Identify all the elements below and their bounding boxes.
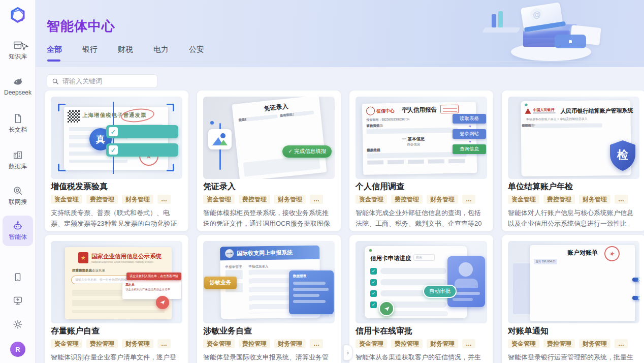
gear-icon [12,319,23,330]
agent-card-invoice-verify[interactable]: 上海增值税电子普通发票 ★ 真 ✓ ✓ 增值税发票验真 资金管理费控管理财务管理… [45,90,188,231]
tag: 费控管理 [543,195,575,204]
necips-subtitle: National Enterprise Credit Information P… [91,260,153,263]
tag: 费控管理 [391,339,423,348]
blacklist-card: 黑名单 该企业被列入严重违法失信企业名单 [122,281,181,299]
header-illustration: @ [477,1,620,64]
progress-title: 信用卡申请进度 [370,255,411,262]
sidebar-item-agent[interactable]: 智能体 [3,216,33,246]
sidebar-item-settings[interactable] [0,319,36,330]
red-seal-icon: ★ [603,245,621,263]
tag: 资金管理 [508,339,539,348]
illustration-book-edge [524,21,566,33]
credit-center-stamp-icon [366,107,375,115]
report-time: 报告时间：2023.06.23 10:09:34 [366,117,409,122]
sidebar-item-deepseek[interactable]: Deepseek [0,76,36,96]
tag: 费控管理 [391,195,423,204]
tab-all[interactable]: 全部 [47,45,62,62]
user-avatar[interactable]: R [10,342,25,357]
tag: … [310,339,323,348]
send-plane-icon [379,301,394,316]
tag: 财务管理 [579,339,610,348]
red-oval-stamp [120,107,155,124]
sidebar-item-label: 知识库 [9,52,27,61]
card-title: 凭证录入 [203,182,335,191]
tag: 费控管理 [86,195,118,204]
send-plane-icon [156,296,169,309]
tag: 财务管理 [274,195,306,204]
necips-title: 国家企业信用信息公示系统 [91,253,162,260]
breadcrumb: 本地基本存款账户开立 > 审核及控制信息录入 [526,117,588,122]
expand-chevron-button[interactable]: › [343,345,352,360]
sidebar-item-label: 数据库 [9,162,27,171]
card-title: 存量账户自查 [51,326,182,336]
card-tags: 资金管理费控管理财务管理… [508,195,639,204]
agent-card-credit-card-approval[interactable]: 信用卡申请进度 ⌕ 搜索 ✓ ✓ ✓ ✓ 自动审批 信用卡 [349,235,493,363]
card-illustration: 中国人民银行 人民币银行结算账户管理系统 本地基本存款账户开立 > 审核及控制信… [508,97,639,179]
illustration-speech-bubble [555,35,586,48]
app-logo-icon[interactable] [9,7,27,26]
search-input[interactable] [62,77,152,85]
tab-electric-power[interactable]: 电力 [153,45,169,62]
card-illustration: SAFE 国际收支网上申报系统 申报单管理 申报信息录入 涉敏业务 数据报表 [203,241,335,323]
card-tags: 资金管理费控管理财务管理… [356,339,487,348]
tag: … [462,339,475,348]
illustration-cube [523,24,577,38]
at-symbol-icon: @ [529,7,544,22]
agent-card-statement-notice[interactable]: 账户对账单 ★ 交易日期币种交易金额账户余额收支类型 2022-08-18RMB… [502,235,644,363]
agent-card-existing-account-check[interactable]: ★ 国家企业信用信息公示系统 National Enterprise Credi… [45,235,188,363]
arrow-down-icon: ▼ [468,140,472,143]
data-report-panel: 数据报表 [289,270,334,314]
check-shield-badge: 检 [608,139,637,172]
tag: 费控管理 [239,339,270,348]
form-field: 导出方式 [280,111,308,118]
agent-card-account-annual-check[interactable]: 中国人民银行 人民币银行结算账户管理系统 本地基本存款账户开立 > 审核及控制信… [502,90,644,231]
sidebar-item-mobile[interactable] [0,271,36,283]
sidebar-item-web-search[interactable]: 联网搜 [0,185,36,206]
sidebar-item-download-client[interactable] [0,295,36,306]
card-illustration: ★ 国家企业信用信息公示系统 National Enterprise Credi… [51,241,182,323]
agent-card-sensitive-business-check[interactable]: SAFE 国际收支网上申报系统 申报单管理 申报信息录入 涉敏业务 数据报表 涉… [197,235,341,363]
tab-public-security[interactable]: 公安 [189,45,204,62]
tag: … [615,195,628,204]
illustration-platform [511,43,591,61]
card-title: 涉敏业务自查 [203,326,335,336]
tag: 财务管理 [427,195,458,204]
sensitive-business-button: 涉敏业务 [204,277,237,289]
card-illustration: 信用卡申请进度 ⌕ 搜索 ✓ ✓ ✓ ✓ 自动审批 [356,241,487,323]
card-tags: 资金管理费控管理财务管理… [356,195,487,204]
tab-finance-tax[interactable]: 财税 [118,45,133,62]
report-column: 查询操作员 [366,124,383,129]
scan-corner-icon [58,104,66,111]
document-icon [12,113,23,124]
tag: 资金管理 [356,195,387,204]
agent-card-voucher-entry[interactable]: 凭证录入 凭证业务类型*代码*组织机构*凭证字*收付别凭证端口默认制单人备注 是… [197,90,341,231]
page-title: 智能体中心 [47,17,115,35]
sidebar-item-label: 联网搜 [9,198,27,206]
tag: 资金管理 [356,339,387,348]
card-title: 信用卡在线审批 [356,326,487,336]
card-description: 智能体对人行账户信息与核心系统账户信息以及企业信用公示系统信息进行一致性比对，完… [508,208,639,229]
scan-corner-icon [167,164,174,171]
sidebar-item-knowledge-base[interactable]: 知识库 [0,40,36,61]
agent-card-personal-credit[interactable]: 征信中心 个人信用报告 (明细) 报告编号：6323672638628 报告时间… [349,90,493,231]
send-statement-button: 发送对账单 [632,278,639,282]
system-title: 人民币银行结算账户管理系统 [560,107,633,115]
agent-card-grid: 上海增值税电子普通发票 ★ 真 ✓ ✓ 增值税发票验真 资金管理费控管理财务管理… [45,90,644,363]
checkmark-icon: ✓ [109,127,118,136]
mouse-cursor [21,43,29,52]
tab-bank[interactable]: 银行 [82,45,98,62]
checkbox-icon: ✓ [370,301,377,308]
safe-header: SAFE 国际收支网上申报系统 [220,246,319,261]
person-icon-body [455,279,478,288]
card-tags: 资金管理费控管理财务管理… [203,195,335,204]
search-box [47,74,157,88]
sidebar-item-long-document[interactable]: 长文档 [0,113,36,134]
sidebar-item-label: 智能体 [9,233,27,241]
credit-center-logo: 征信中心 [376,108,395,115]
checkbox-icon: ✓ [370,268,377,275]
image-icon [208,129,232,149]
national-emblem-icon: ★ [78,252,88,263]
tag: 财务管理 [579,195,610,204]
sidebar-item-database[interactable]: 数据库 [0,149,36,171]
notify-department-button: 通知部门 [632,296,639,300]
